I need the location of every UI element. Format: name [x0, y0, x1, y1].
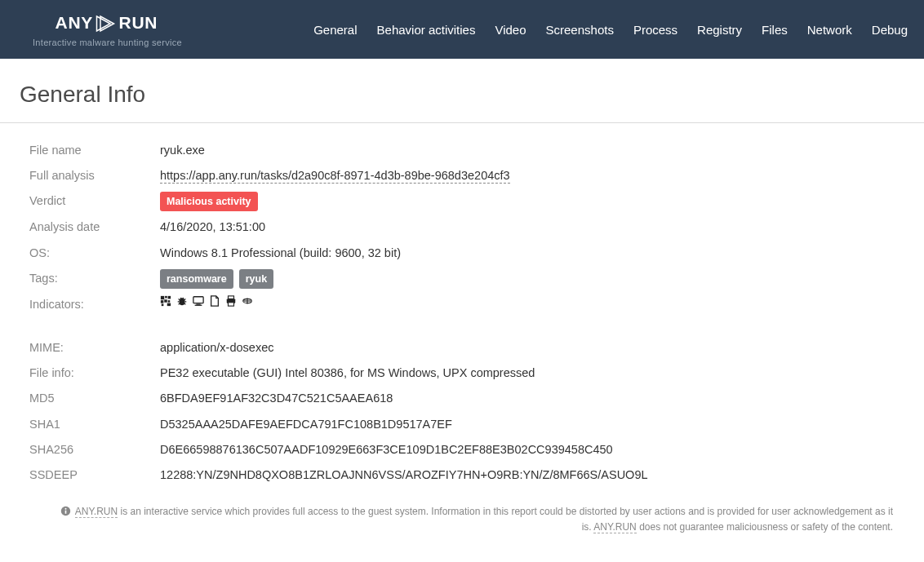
ssdeep-label: SSDEEP [29, 466, 160, 485]
svg-rect-24 [229, 296, 234, 299]
sha256-value: D6E66598876136C507AADF10929E663F3CE109D1… [160, 440, 613, 459]
svg-rect-26 [229, 303, 234, 306]
file-info-value: PE32 executable (GUI) Intel 80386, for M… [160, 364, 535, 383]
nav-screenshots[interactable]: Screenshots [546, 23, 614, 37]
svg-marker-2 [100, 16, 114, 31]
svg-rect-7 [161, 300, 164, 303]
row-tags: Tags: ransomware ryuk [29, 269, 895, 289]
main-nav: General Behavior activities Video Screen… [313, 23, 908, 37]
svg-rect-10 [162, 303, 164, 306]
verdict-label: Verdict [29, 192, 160, 210]
svg-point-32 [65, 508, 67, 510]
page-title: General Info [0, 59, 924, 123]
row-md5: MD5 6BFDA9EF91AF32C3D47C521C5AAEA618 [29, 389, 895, 408]
anyrun-link-2[interactable]: ANY.RUN [593, 521, 636, 533]
tag-ryuk[interactable]: ryuk [239, 269, 273, 289]
file-name-label: File name [29, 141, 160, 160]
full-analysis-label: Full analysis [29, 166, 160, 185]
svg-point-20 [182, 297, 184, 299]
anyrun-logo-icon: ANY RUN [33, 11, 212, 36]
disclaimer-text-2: does not guarantee maliciousness or safe… [637, 521, 893, 533]
os-label: OS: [29, 244, 160, 263]
md5-value: 6BFDA9EF91AF32C3D47C521C5AAEA618 [160, 389, 393, 408]
row-full-analysis: Full analysis https://app.any.run/tasks/… [29, 166, 895, 185]
printer-icon [225, 295, 237, 307]
analysis-date-value: 4/16/2020, 13:51:00 [160, 218, 265, 237]
monitor-icon [193, 295, 204, 307]
sha1-label: SHA1 [29, 415, 160, 434]
tag-ransomware[interactable]: ransomware [160, 269, 233, 289]
nav-general[interactable]: General [313, 23, 357, 37]
os-value: Windows 8.1 Professional (build: 9600, 3… [160, 244, 401, 263]
row-sha256: SHA256 D6E66598876136C507AADF10929E663F3… [29, 440, 895, 459]
svg-point-19 [180, 297, 182, 299]
nav-process[interactable]: Process [633, 23, 677, 37]
row-file-info: File info: PE32 executable (GUI) Intel 8… [29, 364, 895, 383]
ssdeep-value: 12288:YN/Z9NHD8QXO8B1ZRLOAJNN6VSS/AROZFI… [160, 466, 648, 485]
tags-label: Tags: [29, 269, 160, 288]
svg-rect-6 [168, 296, 171, 299]
row-file-name: File name ryuk.exe [29, 141, 895, 160]
row-analysis-date: Analysis date 4/16/2020, 13:51:00 [29, 218, 895, 237]
svg-rect-5 [165, 296, 167, 299]
row-verdict: Verdict Malicious activity [29, 192, 895, 211]
nav-debug[interactable]: Debug [872, 23, 908, 37]
nav-files[interactable]: Files [762, 23, 788, 37]
nav-video[interactable]: Video [495, 23, 526, 37]
svg-line-14 [184, 299, 186, 300]
full-analysis-link[interactable]: https://app.any.run/tasks/d2a90c8f-8971-… [160, 169, 510, 184]
svg-rect-8 [164, 299, 167, 303]
analysis-date-label: Analysis date [29, 218, 160, 237]
svg-line-13 [179, 299, 180, 300]
svg-text:ANY: ANY [56, 13, 94, 32]
anyrun-link-1[interactable]: ANY.RUN [75, 506, 118, 518]
svg-rect-31 [65, 511, 67, 514]
nav-behavior[interactable]: Behavior activities [377, 23, 476, 37]
svg-rect-4 [161, 296, 164, 299]
main-header: ANY RUN Interactive malware hunting serv… [0, 0, 924, 59]
row-mime: MIME: application/x-dosexec [29, 339, 895, 357]
disclaimer: ANY.RUN is an interactive service which … [26, 499, 924, 535]
svg-line-18 [184, 303, 186, 304]
tagline: Interactive malware hunting service [33, 38, 212, 47]
row-sha1: SHA1 D5325AAA25DAFE9AEFDCA791FC108B1D951… [29, 415, 895, 434]
logo-block[interactable]: ANY RUN Interactive malware hunting serv… [33, 11, 212, 47]
nav-network[interactable]: Network [807, 23, 852, 37]
sha256-label: SHA256 [29, 440, 160, 459]
sha1-value: D5325AAA25DAFE9AEFDCA791FC108B1D9517A7EF [160, 415, 452, 434]
info-section: File name ryuk.exe Full analysis https:/… [0, 123, 924, 499]
indicators-label: Indicators: [29, 295, 160, 314]
nav-registry[interactable]: Registry [697, 23, 742, 37]
row-ssdeep: SSDEEP 12288:YN/Z9NHD8QXO8B1ZRLOAJNN6VSS… [29, 466, 895, 485]
row-indicators: Indicators: [29, 295, 895, 314]
verdict-badge: Malicious activity [160, 192, 258, 211]
svg-rect-11 [167, 303, 171, 306]
svg-rect-21 [193, 297, 203, 303]
indicators-icons [160, 295, 253, 307]
file-info-label: File info: [29, 364, 160, 383]
info-icon [60, 506, 71, 516]
svg-text:RUN: RUN [119, 13, 158, 32]
row-os: OS: Windows 8.1 Professional (build: 960… [29, 244, 895, 263]
md5-label: MD5 [29, 389, 160, 408]
svg-point-12 [180, 298, 185, 305]
mime-label: MIME: [29, 339, 160, 357]
svg-rect-9 [168, 300, 171, 303]
bug-icon [176, 295, 188, 307]
svg-line-17 [179, 303, 180, 304]
document-icon [209, 295, 220, 307]
network-icon [242, 295, 253, 307]
mime-value: application/x-dosexec [160, 339, 273, 357]
file-name-value: ryuk.exe [160, 141, 205, 160]
grid-icon [160, 295, 171, 307]
